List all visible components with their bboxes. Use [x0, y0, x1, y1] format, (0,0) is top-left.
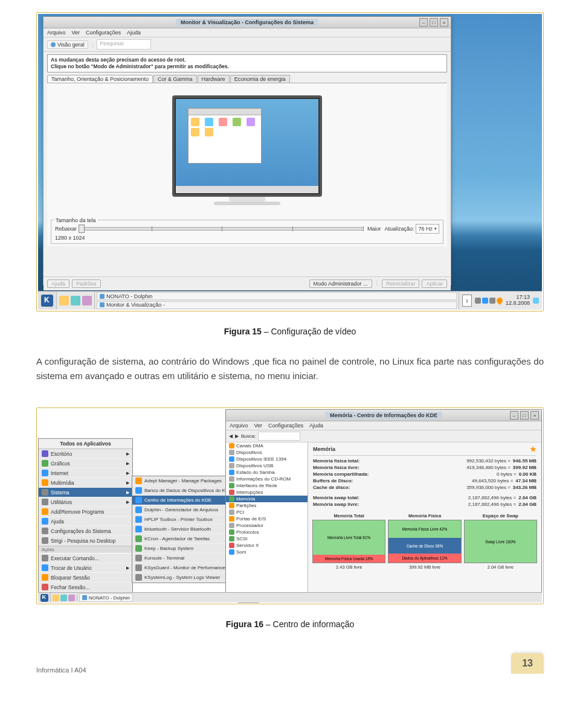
sidebar-item[interactable]: Interfaces de Rede	[226, 482, 308, 489]
sidebar-item[interactable]: Partições	[226, 502, 308, 509]
sidebar-item[interactable]: Som	[226, 549, 308, 555]
sidebar-item[interactable]: Canais DMA	[226, 442, 308, 449]
task-entry-dolphin[interactable]: NONATO - Dolphin	[79, 593, 133, 602]
menu-configuracoes[interactable]: Configurações	[86, 30, 121, 36]
menu-ver[interactable]: Ver	[254, 423, 263, 429]
help-button[interactable]: Ajuda	[47, 279, 69, 288]
menu-configuracoes[interactable]: Configurações	[268, 423, 303, 429]
menu-item[interactable]: Sistema▶	[39, 488, 132, 497]
menu-item-label: Fechar Sessão...	[51, 584, 89, 590]
overview-icon	[51, 42, 56, 47]
clock[interactable]: 17:13 12.8.2008	[506, 295, 530, 307]
trash-icon[interactable]	[533, 298, 539, 304]
maximize-icon[interactable]: □	[520, 411, 529, 420]
menu-arquivo[interactable]: Arquivo	[47, 30, 66, 36]
info-search-input[interactable]	[258, 432, 300, 441]
menu-arquivo[interactable]: Arquivo	[230, 423, 248, 429]
slider-handle[interactable]	[79, 225, 85, 233]
overview-button[interactable]: Visão geral	[47, 40, 88, 49]
menu-item[interactable]: Strigi - Pesquisa no Desktop	[39, 536, 132, 546]
caption-desc: – Configuração de vídeo	[262, 327, 356, 336]
chevron-right-icon: ▶	[126, 500, 129, 505]
sidebar-item[interactable]: PCI	[226, 509, 308, 516]
menu-item[interactable]: Gráficos▶	[39, 459, 132, 468]
k-menu-button[interactable]	[38, 292, 57, 310]
launcher-icon[interactable]	[53, 595, 59, 601]
search-input[interactable]: Pesquisar	[97, 39, 151, 49]
reset-button[interactable]: Reinicializar	[382, 279, 420, 288]
sidebar-item[interactable]: Interrupções	[226, 489, 308, 496]
sidebar-item[interactable]: Portas de E/S	[226, 516, 308, 522]
tab-hardware[interactable]: Hardware	[198, 75, 230, 83]
menu-action-item[interactable]: Fechar Sessão...	[39, 583, 132, 592]
launcher-icon[interactable]	[71, 296, 80, 305]
task-entry-dolphin[interactable]: NONATO - Dolphin	[97, 292, 457, 300]
menu-item[interactable]: Utilitários▶	[39, 497, 132, 507]
close-icon[interactable]: ×	[440, 18, 448, 27]
sidebar-item[interactable]: Servidor X	[226, 542, 308, 549]
menu-action-item[interactable]: Bloquear Sessão	[39, 573, 132, 583]
sidebar-item-label: Partições	[236, 503, 256, 508]
size-slider[interactable]	[80, 227, 364, 231]
menu-item[interactable]: Multimídia▶	[39, 478, 132, 488]
info-titlebar[interactable]: Memória - Centro de Informações do KDE –…	[226, 410, 541, 421]
sidebar-item[interactable]: Informações do CD-ROM	[226, 476, 308, 482]
menu-item[interactable]: Ajuda	[39, 517, 132, 526]
menu-item-icon	[42, 555, 48, 561]
admin-mode-button[interactable]: Modo Administrador ...	[309, 279, 372, 288]
task-entry-monitor[interactable]: Monitor & Visualização -	[97, 301, 457, 309]
menu-ver[interactable]: Ver	[72, 30, 80, 36]
menu-action-item[interactable]: Executar Comando...	[39, 554, 132, 563]
menu-item-label: Strigi - Pesquisa no Desktop	[51, 538, 115, 544]
menu-item-label: Sistema	[51, 490, 69, 496]
menu-action-item[interactable]: Trocar de Usuário▶	[39, 563, 132, 573]
submenu-item-label: HPLIP Toolbox - Printer Toolbox	[144, 517, 213, 522]
sidebar-item[interactable]: Dispositivos IEEE 1394	[226, 456, 308, 462]
titlebar[interactable]: Monitor & Visualização - Configurações d…	[44, 17, 451, 28]
bar1-used: Memória Física Usada 18%	[313, 555, 385, 563]
menu-item[interactable]: Internet▶	[39, 468, 132, 478]
tab-energy[interactable]: Economia de energia	[230, 75, 290, 83]
menu-ajuda[interactable]: Ajuda	[127, 30, 141, 36]
menu-item[interactable]: Configurações do Sistema	[39, 526, 132, 536]
minimize-icon[interactable]: –	[419, 18, 428, 27]
maximize-icon[interactable]: □	[430, 18, 438, 27]
sidebar-item[interactable]: Estado do Samba	[226, 469, 308, 476]
sidebar-item[interactable]: SCSI	[226, 535, 308, 542]
menu-item[interactable]: Add/Remove Programs	[39, 507, 132, 517]
update-icon[interactable]	[495, 296, 504, 305]
launcher-icon[interactable]	[82, 296, 92, 305]
close-icon[interactable]: ×	[530, 411, 539, 420]
info-row-label: Memória compartilhada:	[313, 471, 369, 477]
pager[interactable]: 1	[462, 295, 472, 307]
sidebar-item[interactable]: Dispositivos USB	[226, 462, 308, 469]
info-row-bytes: 2,187,882,496 bytes =	[468, 502, 516, 507]
tray-icon[interactable]	[489, 298, 495, 304]
tab-color[interactable]: Cor & Gamma	[153, 75, 197, 83]
k-menu-button[interactable]	[38, 593, 51, 602]
sidebar-item[interactable]: Processador	[226, 522, 308, 529]
screenshot-2-frame: Todos os Aplicativos Escritório▶Gráficos…	[36, 407, 544, 604]
menu-ajuda[interactable]: Ajuda	[309, 423, 323, 429]
info-row-bytes: 419,348,480 bytes =	[466, 465, 511, 470]
chevron-right-icon: ▶	[126, 490, 129, 495]
info-row-bytes: 0 bytes =	[497, 471, 517, 477]
minimize-icon[interactable]: –	[510, 411, 518, 420]
refresh-select[interactable]: 76 Hz ▾	[416, 224, 439, 234]
bar-hdr-2: Memória Física	[408, 513, 441, 519]
screenshot-1-frame: Monitor & Visualização - Configurações d…	[36, 12, 544, 311]
sidebar-item[interactable]: Protocolos	[226, 529, 308, 535]
launcher-icon[interactable]	[59, 296, 69, 305]
menu-item-icon	[135, 574, 142, 581]
launcher-icon[interactable]	[60, 595, 67, 601]
apply-button[interactable]: Aplicar	[422, 279, 447, 288]
menu-item[interactable]: Escritório▶	[39, 449, 132, 459]
tray-icon[interactable]	[482, 298, 488, 304]
launcher-icon[interactable]	[68, 595, 75, 601]
volume-icon[interactable]	[475, 298, 481, 304]
sidebar-item[interactable]: Dispositivos	[226, 449, 308, 456]
tab-size[interactable]: Tamanho, Orientação & Posicionamento	[47, 75, 153, 83]
defaults-button[interactable]: Padrões	[72, 279, 101, 288]
sidebar-item[interactable]: Memória	[226, 496, 308, 502]
menu-item-icon	[42, 508, 48, 515]
